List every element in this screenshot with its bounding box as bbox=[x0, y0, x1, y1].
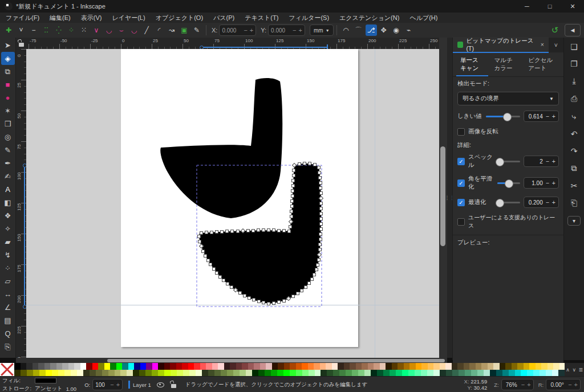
path-node[interactable] bbox=[230, 285, 233, 289]
color-swatch[interactable] bbox=[327, 370, 333, 377]
minus-button[interactable]: − bbox=[546, 179, 549, 186]
path-node[interactable] bbox=[315, 268, 318, 271]
path-node[interactable] bbox=[226, 282, 229, 285]
color-swatch[interactable] bbox=[278, 363, 284, 370]
selector-tool[interactable]: ➤ bbox=[1, 39, 15, 52]
dock-splitter-handle[interactable]: ⋮⋮ bbox=[447, 38, 452, 358]
path-node[interactable] bbox=[319, 227, 323, 231]
smooth-corners-checkbox[interactable]: ✓ bbox=[457, 179, 465, 187]
color-swatch[interactable] bbox=[477, 370, 484, 377]
color-swatch[interactable] bbox=[171, 370, 177, 377]
color-swatch[interactable] bbox=[440, 363, 446, 370]
path-node[interactable] bbox=[291, 179, 295, 182]
path-node[interactable] bbox=[222, 279, 225, 282]
color-swatch[interactable] bbox=[108, 370, 115, 377]
color-swatch[interactable] bbox=[390, 370, 396, 377]
path-node[interactable] bbox=[252, 229, 255, 232]
color-swatch[interactable] bbox=[490, 370, 496, 377]
pencil-tool[interactable]: ✎ bbox=[1, 144, 15, 157]
color-swatch[interactable] bbox=[521, 370, 527, 377]
smooth-corners-field[interactable]: 1.00 − + bbox=[524, 177, 559, 189]
subtab-inactive[interactable]: マルチカラー bbox=[490, 55, 522, 76]
color-swatch[interactable] bbox=[246, 370, 252, 377]
path-node[interactable] bbox=[252, 298, 256, 301]
color-swatch[interactable] bbox=[110, 363, 116, 370]
color-swatch[interactable] bbox=[58, 370, 64, 377]
color-swatch[interactable] bbox=[96, 370, 102, 377]
paste-icon[interactable]: ⎗ bbox=[571, 198, 577, 208]
color-swatch[interactable] bbox=[224, 363, 230, 370]
tweak-tool[interactable]: ↯ bbox=[1, 248, 15, 262]
path-node[interactable] bbox=[290, 199, 294, 203]
color-swatch[interactable] bbox=[509, 370, 515, 377]
invert-image-checkbox[interactable] bbox=[457, 128, 465, 136]
color-swatch[interactable] bbox=[358, 370, 364, 377]
path-node[interactable] bbox=[201, 250, 205, 253]
path-node[interactable] bbox=[220, 230, 224, 234]
color-swatch[interactable] bbox=[320, 363, 326, 370]
color-swatch[interactable] bbox=[265, 370, 271, 377]
color-swatch[interactable] bbox=[527, 370, 533, 377]
color-swatch[interactable] bbox=[290, 363, 296, 370]
zoom-field[interactable]: 76% − + bbox=[501, 379, 534, 390]
color-swatch[interactable] bbox=[206, 363, 212, 370]
optimize-checkbox[interactable]: ✓ bbox=[457, 199, 465, 206]
color-swatch[interactable] bbox=[164, 363, 171, 370]
minus-button[interactable]: − bbox=[110, 381, 113, 388]
path-node[interactable] bbox=[197, 235, 201, 238]
color-swatch[interactable] bbox=[284, 363, 290, 370]
color-swatch[interactable] bbox=[164, 370, 171, 377]
color-swatch[interactable] bbox=[120, 370, 127, 377]
color-swatch[interactable] bbox=[383, 370, 390, 377]
break-nodes-button[interactable]: ⁛ bbox=[53, 24, 64, 36]
menu-フィルターS[interactable]: フィルター(S) bbox=[289, 14, 329, 22]
color-swatch[interactable] bbox=[559, 363, 565, 370]
path-node[interactable] bbox=[319, 181, 322, 185]
color-swatch[interactable] bbox=[332, 363, 338, 370]
color-swatch[interactable] bbox=[500, 363, 506, 370]
path-node[interactable] bbox=[319, 217, 323, 220]
close-button[interactable]: ✕ bbox=[561, 0, 584, 13]
color-swatch[interactable] bbox=[496, 370, 502, 377]
color-swatch[interactable] bbox=[77, 370, 83, 377]
path-node[interactable] bbox=[257, 300, 261, 303]
color-swatch[interactable] bbox=[227, 370, 233, 377]
palette-menu-button[interactable]: ≡ bbox=[579, 366, 583, 374]
dock-menu-chevron-icon[interactable]: ˅ bbox=[549, 42, 563, 48]
color-swatch[interactable] bbox=[433, 370, 440, 377]
color-swatch[interactable] bbox=[188, 363, 194, 370]
layer-visibility-icon[interactable] bbox=[157, 382, 164, 387]
segment-curve-button[interactable]: ◜ bbox=[153, 24, 165, 36]
color-swatch[interactable] bbox=[308, 363, 314, 370]
color-swatch[interactable] bbox=[170, 363, 176, 370]
path-node[interactable] bbox=[267, 302, 270, 305]
vertical-ruler[interactable]: 0255075100125150175200225250 bbox=[16, 49, 26, 358]
path-node[interactable] bbox=[319, 186, 322, 190]
more-commands-dropdown[interactable]: ▾ bbox=[567, 216, 581, 226]
ruler-lock-corner[interactable] bbox=[16, 38, 26, 49]
color-swatch[interactable] bbox=[248, 363, 254, 370]
horizontal-ruler[interactable]: -75-50-250255075100125150175200225250275 bbox=[26, 38, 439, 49]
color-swatch[interactable] bbox=[266, 363, 272, 370]
show-clip-path-toggle[interactable]: ◠ bbox=[340, 24, 352, 36]
minus-button[interactable]: − bbox=[568, 381, 571, 388]
color-swatch[interactable] bbox=[484, 370, 490, 377]
path-node[interactable] bbox=[291, 184, 295, 187]
path-node[interactable] bbox=[307, 281, 311, 285]
path-node[interactable] bbox=[291, 194, 294, 198]
text-tool[interactable]: A bbox=[1, 183, 15, 196]
color-swatch[interactable] bbox=[214, 370, 221, 377]
color-swatch[interactable] bbox=[277, 370, 283, 377]
color-swatch[interactable] bbox=[350, 363, 356, 370]
color-swatch[interactable] bbox=[177, 370, 183, 377]
color-swatch[interactable] bbox=[440, 370, 446, 377]
plus-button[interactable]: + bbox=[552, 199, 555, 206]
color-swatch[interactable] bbox=[452, 370, 459, 377]
color-swatch[interactable] bbox=[553, 363, 559, 370]
color-swatch[interactable] bbox=[258, 370, 265, 377]
measure-tool[interactable]: ∠ bbox=[1, 301, 15, 314]
rotation-field[interactable]: 0.00° − + bbox=[546, 379, 581, 390]
color-swatch[interactable] bbox=[104, 363, 111, 370]
speckles-field[interactable]: 2 − + bbox=[524, 156, 559, 167]
horizontal-scrollbar-thumb[interactable] bbox=[107, 359, 445, 362]
